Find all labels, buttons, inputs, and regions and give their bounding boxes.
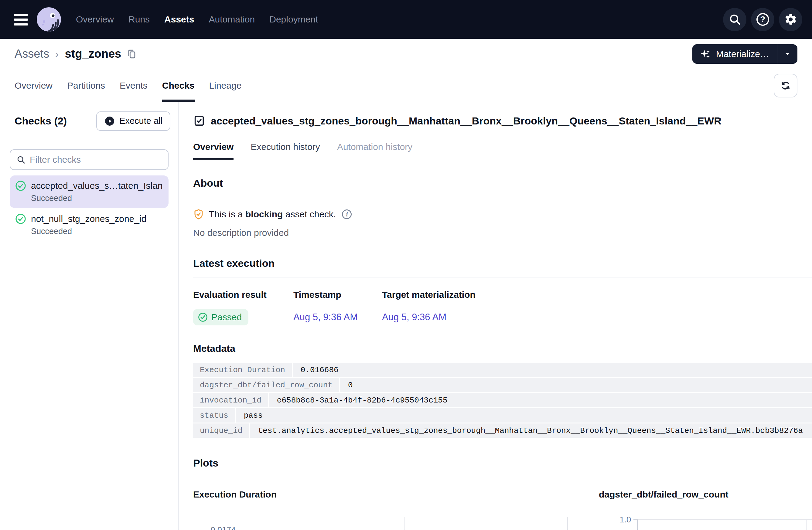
checks-count-heading: Checks (2) xyxy=(15,115,67,127)
execution-duration-chart: Execution Duration 0.0174 xyxy=(193,489,599,530)
refresh-icon xyxy=(780,80,791,91)
nav-item-assets[interactable]: Assets xyxy=(164,14,194,25)
search-icon xyxy=(728,13,741,26)
nav-item-automation[interactable]: Automation xyxy=(208,14,255,25)
tab-automation-history: Automation history xyxy=(337,134,412,160)
check-title: accepted_values_stg_zones_borough__Manha… xyxy=(211,115,722,127)
timestamp-label: Timestamp xyxy=(293,290,382,300)
tab-partitions[interactable]: Partitions xyxy=(67,69,105,102)
check-circle-icon xyxy=(15,180,26,191)
failed-row-count-chart: dagster_dbt/failed_row_count 1.0 0.6 xyxy=(599,489,812,530)
settings-button[interactable] xyxy=(779,8,802,31)
y-axis-tick: 0.0174 xyxy=(193,526,236,530)
materialize-label: Materialize… xyxy=(716,49,769,59)
check-list-item[interactable]: accepted_values_s…taten_Island_ Succeede… xyxy=(10,175,169,208)
check-tabs: Overview Execution history Automation hi… xyxy=(193,134,812,160)
play-circle-icon xyxy=(104,116,115,127)
help-button[interactable]: ? xyxy=(751,8,774,31)
tab-lineage[interactable]: Lineage xyxy=(209,69,242,102)
top-nav: Overview Runs Assets Automation Deployme… xyxy=(0,0,812,39)
info-icon[interactable]: i xyxy=(342,209,352,219)
latest-execution-section: Latest execution Evaluation result Times… xyxy=(193,257,812,325)
check-status: Succeeded xyxy=(31,227,163,236)
about-heading: About xyxy=(193,177,812,189)
check-detail-panel: accepted_values_stg_zones_borough__Manha… xyxy=(178,102,812,530)
checks-sidebar: Checks (2) Execute all xyxy=(0,102,178,530)
materialize-button[interactable]: Materialize… xyxy=(692,44,777,64)
status-badge: Passed xyxy=(193,309,248,325)
y-axis-tick: 1.0 xyxy=(599,515,631,525)
menu-icon[interactable] xyxy=(14,14,28,26)
table-row: unique_id test.analytics.accepted_values… xyxy=(193,424,812,438)
tab-check-overview[interactable]: Overview xyxy=(193,134,233,160)
no-description-text: No description provided xyxy=(193,228,812,238)
tab-checks[interactable]: Checks xyxy=(162,69,195,102)
breadcrumb-assets-link[interactable]: Assets xyxy=(15,47,49,60)
tab-overview[interactable]: Overview xyxy=(15,69,53,102)
nav-item-deployment[interactable]: Deployment xyxy=(269,14,318,25)
chart-title: Execution Duration xyxy=(193,489,599,500)
metadata-heading: Metadata xyxy=(193,343,812,354)
filter-checks-box xyxy=(10,149,169,170)
materialize-dropdown-button[interactable] xyxy=(778,44,797,64)
chart-title: dagster_dbt/failed_row_count xyxy=(599,489,812,500)
tab-execution-history[interactable]: Execution history xyxy=(250,134,320,160)
timestamp-link[interactable]: Aug 5, 9:36 AM xyxy=(293,312,358,322)
nav-item-overview[interactable]: Overview xyxy=(76,14,114,25)
asset-tabs-row: Overview Partitions Events Checks Lineag… xyxy=(0,69,812,102)
latest-execution-heading: Latest execution xyxy=(193,257,812,269)
copy-icon[interactable] xyxy=(127,49,137,59)
check-list-item[interactable]: not_null_stg_zones_zone_id Succeeded xyxy=(10,208,169,241)
about-section: About This is a blocking asset check. i … xyxy=(193,177,812,238)
tab-events[interactable]: Events xyxy=(120,69,148,102)
target-materialization-link[interactable]: Aug 5, 9:36 AM xyxy=(382,312,446,322)
chevron-right-icon: › xyxy=(55,48,59,60)
chevron-down-icon xyxy=(784,50,791,58)
help-icon: ? xyxy=(756,13,769,26)
sparkle-icon xyxy=(700,48,711,59)
plots-heading: Plots xyxy=(193,457,812,469)
check-circle-icon xyxy=(198,312,208,322)
table-row: status pass xyxy=(193,408,812,423)
check-circle-icon xyxy=(15,214,26,224)
plots-section: Plots Execution Duration 0.0174 dagster_ xyxy=(193,457,812,530)
blocking-text: This is a blocking asset check. xyxy=(209,209,336,219)
execute-all-button[interactable]: Execute all xyxy=(96,112,170,131)
evaluation-result-label: Evaluation result xyxy=(193,290,293,300)
gear-icon xyxy=(784,13,797,26)
materialize-split-button: Materialize… xyxy=(692,44,797,64)
primary-nav: Overview Runs Assets Automation Deployme… xyxy=(76,14,318,25)
nav-item-runs[interactable]: Runs xyxy=(128,14,150,25)
table-row: dagster_dbt/failed_row_count 0 xyxy=(193,378,812,392)
breadcrumb: Assets › stg_zones Materialize… xyxy=(0,39,812,69)
metadata-section: Metadata Execution Duration 0.016686 dag… xyxy=(193,343,812,438)
search-icon xyxy=(16,155,26,164)
check-status: Succeeded xyxy=(31,194,163,203)
table-row: invocation_id e658b8c8-3a1a-4b4f-82b6-4c… xyxy=(193,393,812,407)
shield-check-icon xyxy=(193,209,204,220)
target-materialization-label: Target materialization xyxy=(382,290,812,300)
table-row: Execution Duration 0.016686 xyxy=(193,363,812,377)
filter-checks-input[interactable] xyxy=(30,154,162,165)
metadata-table: Execution Duration 0.016686 dagster_dbt/… xyxy=(193,363,812,438)
dagster-logo-icon[interactable] xyxy=(36,6,62,32)
search-button[interactable] xyxy=(723,8,746,31)
refresh-button[interactable] xyxy=(774,74,797,98)
asset-check-icon xyxy=(193,115,205,127)
page-title: stg_zones xyxy=(65,47,121,60)
